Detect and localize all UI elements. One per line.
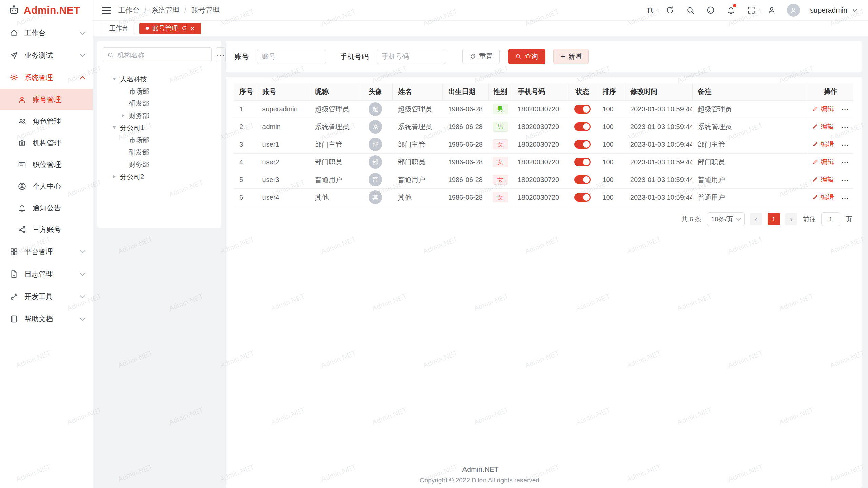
reload-icon[interactable] [665, 5, 675, 15]
row-more-button[interactable]: ··· [842, 141, 849, 149]
fullscreen-icon[interactable] [746, 5, 756, 15]
notification-bell-icon[interactable] [726, 5, 736, 15]
sidebar-item-third-party-account[interactable]: 三方账号 [0, 219, 93, 241]
status-toggle[interactable] [574, 193, 591, 202]
sidebar-item-label: 三方账号 [33, 225, 84, 235]
tree-node[interactable]: 市场部 [103, 85, 216, 97]
prev-page-button[interactable]: ‹ [750, 213, 762, 225]
cell-phone: 18020030720 [512, 100, 568, 118]
username[interactable]: superadmin [810, 6, 847, 14]
breadcrumb-separator: / [184, 6, 186, 14]
home-icon [9, 28, 18, 37]
edit-button[interactable]: 编辑 [812, 175, 834, 184]
tree-node[interactable]: 市场部 [103, 134, 216, 146]
sidebar-item-workbench[interactable]: 工作台 [0, 22, 93, 44]
row-more-button[interactable]: ··· [842, 194, 849, 202]
phone-input[interactable] [377, 49, 446, 64]
sidebar-item-position-management[interactable]: 职位管理 [0, 154, 93, 176]
tree-node[interactable]: 分公司1 [103, 122, 216, 134]
status-toggle[interactable] [574, 122, 591, 131]
sidebar-item-dev-tools[interactable]: 开发工具 [0, 285, 93, 308]
col-header: 头像 [358, 83, 393, 100]
sidebar-item-role-management[interactable]: 角色管理 [0, 110, 93, 132]
org-search-input[interactable] [117, 51, 207, 59]
close-icon[interactable]: × [191, 25, 195, 32]
status-toggle[interactable] [574, 140, 591, 149]
sidebar-item-notice[interactable]: 通知公告 [0, 197, 93, 219]
cell-name: 部门主管 [393, 136, 443, 153]
cell-order: 100 [597, 171, 625, 188]
sidebar-item-label: 角色管理 [33, 117, 84, 126]
cell-modified-time: 2023-01-03 10:59:44 [625, 118, 692, 136]
next-page-button[interactable]: › [785, 213, 797, 225]
reset-button[interactable]: 重置 [462, 49, 500, 64]
tree-more-button[interactable]: ··· [216, 47, 226, 62]
tab-workbench[interactable]: 工作台 [103, 23, 135, 34]
sidebar-item-log-management[interactable]: 日志管理 [0, 263, 93, 285]
breadcrumb-item[interactable]: 系统管理 [151, 5, 180, 15]
row-more-button[interactable]: ··· [842, 124, 849, 131]
page-footer: Admin.NET Copyright © 2022 Dilon All rig… [93, 465, 868, 484]
status-toggle[interactable] [574, 105, 591, 114]
tree-expand-icon[interactable] [111, 126, 118, 129]
edit-button[interactable]: 编辑 [812, 122, 834, 131]
gender-badge: 女 [493, 139, 508, 149]
tree-expand-icon[interactable] [120, 114, 126, 117]
hamburger-menu-icon[interactable] [102, 7, 111, 14]
sidebar-item-help-docs[interactable]: 帮助文档 [0, 308, 93, 330]
goto-page-input[interactable] [821, 212, 840, 226]
tree-node[interactable]: 分公司2 [103, 170, 216, 183]
row-more-button[interactable]: ··· [842, 106, 849, 114]
breadcrumb-item[interactable]: 工作台 [118, 5, 140, 15]
edit-button[interactable]: 编辑 [812, 104, 834, 114]
account-input[interactable] [257, 49, 326, 64]
current-page-button[interactable]: 1 [768, 213, 780, 225]
cell-birthday: 1986-06-28 [443, 188, 489, 206]
edit-button[interactable]: 编辑 [812, 140, 834, 149]
profile-icon[interactable] [767, 5, 777, 15]
brand-logo[interactable]: Admin.NET [0, 0, 93, 20]
tree-node[interactable]: 研发部 [103, 146, 216, 158]
refresh-icon[interactable] [181, 25, 187, 31]
row-more-button[interactable]: ··· [842, 177, 849, 184]
tree-node[interactable]: 大名科技 [103, 73, 216, 85]
cell-nickname: 其他 [310, 188, 358, 206]
chevron-down-icon [80, 248, 85, 253]
font-size-icon[interactable]: Tt [645, 5, 655, 15]
tree-expand-icon[interactable] [111, 175, 118, 178]
edit-button[interactable]: 编辑 [812, 157, 834, 166]
sidebar-item-account-management[interactable]: 账号管理 [0, 89, 93, 110]
edit-button[interactable]: 编辑 [812, 192, 834, 202]
sidebar-item-platform-management[interactable]: 平台管理 [0, 241, 93, 263]
sidebar-item-org-management[interactable]: 机构管理 [0, 132, 93, 154]
add-button[interactable]: + 新增 [553, 49, 589, 64]
breadcrumb-item[interactable]: 账号管理 [191, 5, 220, 15]
cell-index: 2 [234, 118, 257, 136]
header-toolbar: Tt [645, 4, 856, 17]
cell-nickname: 系统管理员 [310, 118, 358, 136]
sidebar-item-personal-center[interactable]: 个人中心 [0, 176, 93, 197]
edit-label: 编辑 [821, 175, 834, 184]
status-toggle[interactable] [574, 158, 591, 166]
cell-modified-time: 2023-01-03 10:59:44 [625, 136, 692, 153]
row-more-button[interactable]: ··· [842, 159, 849, 166]
tree-expand-icon[interactable] [111, 77, 118, 81]
cell-actions: 编辑 ··· [808, 100, 853, 118]
search-icon[interactable] [685, 5, 695, 15]
avatar: 普 [369, 173, 382, 186]
page-size-select[interactable]: 10条/页 [707, 212, 745, 226]
tree-node[interactable]: 财务部 [103, 109, 216, 122]
status-toggle[interactable] [574, 175, 591, 184]
sidebar-item-business-test[interactable]: 业务测试 [0, 44, 93, 66]
search-button[interactable]: 查询 [508, 49, 545, 64]
sidebar-item-system-management[interactable]: 系统管理 [0, 66, 93, 89]
user-avatar[interactable] [787, 4, 800, 17]
theme-icon[interactable] [706, 5, 716, 15]
org-search-field[interactable] [103, 47, 212, 62]
chevron-down-icon[interactable] [853, 7, 857, 12]
tree-node[interactable]: 研发部 [103, 97, 216, 109]
tree-node[interactable]: 财务部 [103, 158, 216, 170]
bank-icon [18, 139, 26, 147]
tab-account-management[interactable]: 账号管理 × [139, 23, 201, 34]
chevron-down-icon [736, 216, 741, 221]
